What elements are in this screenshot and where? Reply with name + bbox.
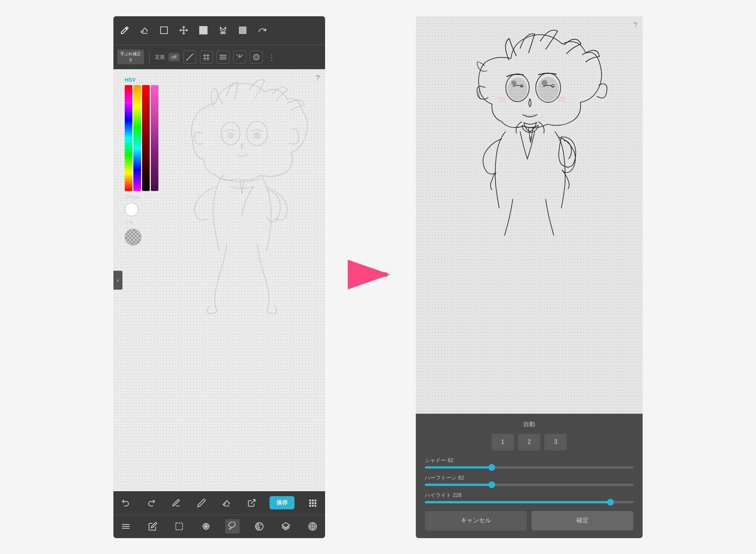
brush-preview: [125, 203, 138, 216]
move-tool-icon[interactable]: [177, 23, 191, 37]
svg-rect-32: [314, 505, 316, 507]
action-buttons: キャンセル 確定: [425, 511, 634, 531]
svg-point-45: [312, 526, 313, 527]
main-container: 手ぶれ補正 0 定規 off: [0, 0, 756, 554]
menu-button[interactable]: [119, 519, 133, 534]
redo-tool-icon[interactable]: [256, 23, 269, 37]
color-fill-icon[interactable]: [236, 23, 249, 37]
svg-rect-27: [309, 502, 311, 504]
svg-rect-31: [312, 505, 314, 507]
svg-rect-3: [239, 27, 246, 34]
target-button[interactable]: [305, 519, 320, 534]
stabilizer-button[interactable]: 手ぶれ補正 0: [117, 50, 144, 64]
svg-point-21: [228, 132, 234, 138]
rectangle-tool-icon[interactable]: [157, 23, 171, 37]
preset-2-button[interactable]: 2: [518, 434, 541, 450]
right-canvas-area[interactable]: ?: [416, 16, 643, 414]
ruler-parallel-icon[interactable]: [217, 51, 229, 64]
svg-rect-1: [199, 26, 208, 34]
hue-strip[interactable]: [125, 85, 132, 191]
ruler-grid-icon[interactable]: [200, 51, 213, 64]
save-button[interactable]: 保存: [270, 496, 294, 509]
highlight-slider-fill: [425, 501, 610, 503]
canvas-area[interactable]: ‹ ? HSV 153 px 3 %: [113, 69, 325, 491]
right-help-icon[interactable]: ?: [633, 21, 637, 29]
preset-3-button[interactable]: 3: [544, 434, 567, 450]
color-swatch[interactable]: [125, 229, 141, 245]
opacity-label: 3 %: [125, 219, 158, 225]
cancel-button[interactable]: キャンセル: [425, 511, 527, 531]
highlight-label: ハイライト 228: [425, 492, 634, 499]
svg-rect-26: [314, 500, 316, 501]
ruler-label: 定規: [155, 54, 165, 61]
svg-rect-30: [309, 505, 311, 507]
left-panel: 手ぶれ補正 0 定規 off: [113, 16, 325, 538]
halftone-slider-fill: [425, 484, 492, 486]
ruler-off-button[interactable]: off: [169, 53, 180, 61]
ruler-circle-icon[interactable]: [250, 51, 263, 64]
bottom-toolbar-1: 保存: [113, 491, 325, 515]
transform-button[interactable]: [199, 519, 213, 534]
color-button[interactable]: [252, 519, 266, 534]
direction-arrow: [348, 259, 393, 295]
ruler-diagonal-icon[interactable]: [183, 51, 196, 64]
left-sketch-drawing: [147, 73, 314, 319]
highlight-slider-item: ハイライト 228: [425, 492, 634, 503]
eraser-tool-icon[interactable]: [138, 23, 151, 37]
preset-buttons: 1 2 3: [425, 434, 634, 450]
bottom-toolbar-2: [113, 515, 325, 538]
redo-button[interactable]: [144, 496, 158, 510]
svg-point-22: [254, 132, 260, 139]
highlight-slider-thumb[interactable]: [607, 499, 614, 506]
ruler-toolbar: 手ぶれ補正 0 定規 off: [113, 45, 325, 69]
shadow-slider-track[interactable]: [425, 466, 634, 469]
shadow-slider-thumb[interactable]: [488, 464, 495, 471]
more-options-button[interactable]: ⋮: [268, 53, 276, 62]
eraser-button[interactable]: [219, 496, 234, 510]
svg-point-17: [254, 54, 259, 60]
export-button[interactable]: [245, 496, 259, 510]
ruler-perspective-icon[interactable]: [233, 51, 246, 64]
layers-button[interactable]: [279, 519, 293, 534]
extra-strip[interactable]: [151, 85, 158, 191]
highlight-slider-track[interactable]: [425, 501, 634, 503]
svg-rect-28: [312, 502, 314, 504]
svg-line-23: [251, 500, 255, 504]
control-panel: 自動 1 2 3 シャドー 82 ハーフトーン 82: [416, 414, 643, 538]
selection-button[interactable]: [172, 519, 186, 534]
right-sketch-drawing: [431, 24, 627, 236]
shadow-slider-fill: [425, 466, 492, 469]
saturation-strip[interactable]: [133, 85, 141, 191]
brush-size-label: 153 px: [125, 194, 158, 200]
svg-point-56: [512, 81, 516, 85]
pen-button[interactable]: [169, 496, 183, 510]
svg-rect-36: [176, 523, 183, 530]
svg-rect-0: [161, 27, 167, 34]
halftone-label: ハーフトーン 82: [425, 475, 634, 481]
slider-row: シャドー 82 ハーフトーン 82 ハイライト 228: [425, 457, 634, 503]
hsv-label[interactable]: HSV: [125, 77, 158, 83]
preset-1-button[interactable]: 1: [491, 434, 514, 450]
svg-rect-29: [314, 502, 316, 504]
pencil-tool-icon[interactable]: [118, 23, 132, 37]
brush-button[interactable]: [225, 519, 240, 534]
shadow-slider-item: シャドー 82: [425, 457, 634, 469]
arrow-container: [348, 259, 393, 295]
back-arrow-button[interactable]: ‹: [113, 271, 122, 290]
svg-line-13: [236, 54, 240, 57]
undo-button[interactable]: [119, 496, 133, 510]
value-strip[interactable]: [142, 85, 150, 191]
halftone-slider-thumb[interactable]: [488, 481, 495, 488]
fill-tool-icon[interactable]: [197, 23, 210, 37]
right-panel: ?: [416, 16, 643, 538]
svg-rect-25: [312, 500, 314, 501]
help-icon[interactable]: ?: [316, 74, 320, 82]
svg-point-39: [257, 524, 259, 526]
apps-button[interactable]: [305, 496, 320, 510]
confirm-button[interactable]: 確定: [531, 511, 634, 531]
bucket-tool-icon[interactable]: [216, 23, 230, 37]
edit-button[interactable]: [146, 519, 160, 534]
svg-point-54: [508, 78, 527, 99]
pencil-button[interactable]: [194, 496, 209, 510]
halftone-slider-track[interactable]: [425, 484, 634, 486]
